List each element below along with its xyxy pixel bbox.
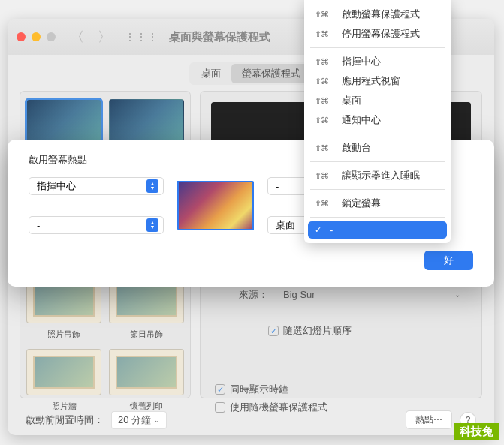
segmented-control: 桌面 螢幕保護程式	[189, 62, 312, 85]
menu-item[interactable]: ⇧⌘通知中心	[304, 110, 451, 130]
screen-diagram	[177, 181, 254, 230]
menu-item[interactable]: ⇧⌘啟動台	[304, 138, 451, 158]
menu-item[interactable]: ⇧⌘桌面	[304, 91, 451, 110]
hotcorners-button[interactable]: 熱點⋯	[406, 410, 452, 429]
nav-buttons: 〈 〉	[71, 28, 111, 46]
forward-icon: 〉	[98, 28, 111, 46]
random-saver-checkbox[interactable]: 使用隨機螢幕保護程式	[215, 401, 327, 414]
traffic-lights	[17, 32, 56, 41]
show-clock-checkbox[interactable]: ✓同時顯示時鐘	[215, 383, 327, 396]
window-title: 桌面與螢幕保護程式	[169, 30, 270, 44]
list-item[interactable]: 懷舊列印	[109, 349, 184, 412]
menu-item[interactable]: ⇧⌘指揮中心	[304, 52, 451, 71]
ok-button[interactable]: 好	[424, 251, 473, 270]
list-item[interactable]: 照片牆	[26, 349, 101, 412]
random-order-checkbox[interactable]: ✓隨選幻燈片順序	[268, 324, 352, 338]
corner-menu: ⇧⌘啟動螢幕保護程式 ⇧⌘停用螢幕保護程式 ⇧⌘指揮中心 ⇧⌘應用程式視窗 ⇧⌘…	[304, 0, 451, 243]
minimize-icon[interactable]	[32, 32, 41, 41]
idle-label: 啟動前閒置時間：	[26, 413, 104, 427]
tab-screensaver[interactable]: 螢幕保護程式	[231, 64, 311, 83]
source-row: 來源： Big Sur⌄	[231, 287, 466, 302]
chevron-down-icon: ⌄	[454, 290, 460, 299]
menu-item[interactable]: ⇧⌘應用程式視窗	[304, 71, 451, 91]
menu-item[interactable]: ⇧⌘停用螢幕保護程式	[304, 24, 451, 44]
watermark: 科技兔	[454, 423, 499, 440]
menu-item[interactable]: ⇧⌘讓顯示器進入睡眠	[304, 166, 451, 185]
idle-time-select[interactable]: 20 分鐘⌄	[111, 411, 167, 429]
corner-tl-select[interactable]: 指揮中心▲▼	[29, 177, 164, 195]
zoom-icon	[47, 32, 56, 41]
source-label: 來源：	[231, 288, 268, 302]
tab-desktop[interactable]: 桌面	[191, 64, 231, 83]
source-popup[interactable]: Big Sur⌄	[277, 287, 466, 302]
back-icon[interactable]: 〈	[71, 28, 84, 46]
grid-icon[interactable]: ⋮⋮⋮	[125, 31, 158, 43]
menu-item[interactable]: ⇧⌘鎖定螢幕	[304, 194, 451, 213]
menu-item-selected[interactable]: ✓-	[308, 221, 447, 239]
menu-item[interactable]: ⇧⌘啟動螢幕保護程式	[304, 5, 451, 24]
close-icon[interactable]	[17, 32, 26, 41]
corner-bl-select[interactable]: -▲▼	[29, 216, 164, 234]
